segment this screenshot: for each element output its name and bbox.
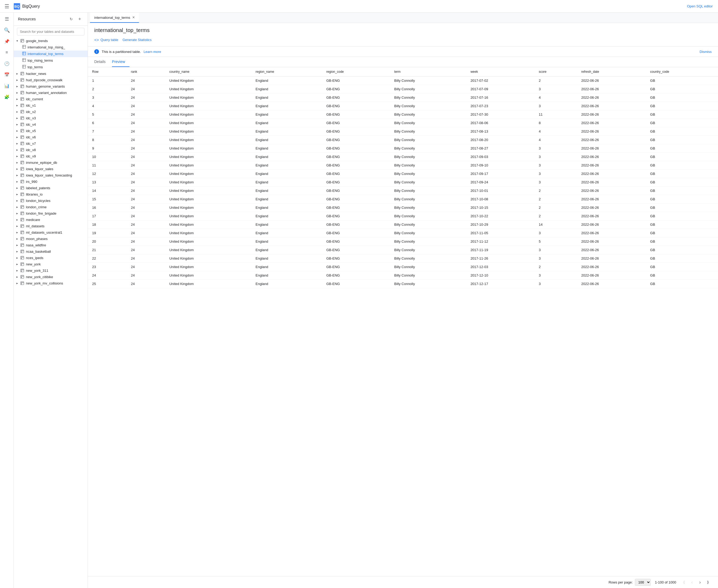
tree-item-idc-v9[interactable]: ► idc_v9 — [14, 153, 88, 159]
tab-preview[interactable]: Preview — [112, 57, 129, 67]
tab-details[interactable]: Details — [94, 57, 110, 67]
svg-rect-120 — [22, 231, 23, 232]
table-cell: 11 — [535, 110, 577, 119]
svg-rect-100 — [22, 200, 23, 200]
tree-item-idc-v4[interactable]: ► idc_v4 — [14, 121, 88, 128]
hamburger-icon[interactable]: ☰ — [2, 2, 12, 11]
tree-item-libraries-io[interactable]: ► libraries_io — [14, 191, 88, 197]
info-banner-content: i This is a partitioned table. Learn mor… — [94, 49, 161, 54]
tab-close-button[interactable]: × — [132, 15, 135, 20]
svg-rect-44 — [22, 111, 23, 111]
prev-page-button[interactable]: ‹ — [688, 579, 696, 586]
expand-arrow: ► — [16, 187, 20, 189]
table-cell: England — [251, 161, 322, 170]
table-cell: United Kingdom — [165, 220, 251, 229]
tree-item-london-bicycles[interactable]: ► london_bicycles — [14, 197, 88, 204]
tree-item-human-genome-variants[interactable]: ► human_genome_variants — [14, 83, 88, 89]
tree-item-iowa-liquor-sales[interactable]: ► iowa_liquor_sales — [14, 166, 88, 172]
table-cell: 24 — [127, 144, 165, 153]
expand-arrow: ▼ — [16, 39, 20, 42]
table-cell: 2022-06-26 — [577, 187, 646, 195]
tree-item-irs-990[interactable]: ► irs_990 — [14, 178, 88, 185]
tree-item-hud-zipcode-crosswalk[interactable]: ► hud_zipcode_crosswalk — [14, 77, 88, 83]
clock-icon[interactable]: 🕐 — [2, 58, 12, 69]
tree-item-new-york-311[interactable]: ► new_york_311 — [14, 267, 88, 274]
table-cell: GB-ENG — [322, 153, 390, 161]
dismiss-button[interactable]: Dismiss — [700, 50, 712, 54]
expand-arrow: ► — [16, 250, 20, 253]
generate-statistics-button[interactable]: Generate Statistics — [123, 38, 152, 42]
tree-item-new-york-mv-collisions[interactable]: ► new_york_mv_collisions — [14, 280, 88, 286]
tree-item-idc-v5[interactable]: ► idc_v5 — [14, 128, 88, 134]
tree-item-labeled-patents[interactable]: ► labeled_patents — [14, 185, 88, 191]
calendar-icon[interactable]: 📅 — [2, 69, 12, 80]
last-page-button[interactable]: ⟫ — [704, 579, 712, 586]
search-input[interactable] — [17, 28, 84, 36]
svg-rect-61 — [21, 137, 22, 138]
expand-arrow: ► — [16, 123, 20, 126]
tree-item-ml-datasets-uscentral1[interactable]: ► ml_datasets_uscentral1 — [14, 229, 88, 235]
svg-rect-133 — [21, 252, 22, 252]
first-page-button[interactable]: ⟪ — [680, 579, 688, 586]
svg-rect-113 — [21, 220, 22, 221]
query-table-button[interactable]: <> Query table — [94, 37, 118, 43]
active-tab[interactable]: international_top_terms × — [90, 13, 139, 23]
search-sidebar-icon[interactable]: 🔍 — [2, 25, 12, 36]
tree-item-google-trends[interactable]: ▼ google_trends — [14, 38, 88, 44]
col-row: Row — [88, 67, 127, 77]
table-cell: 3 — [535, 85, 577, 93]
table-cell: 2017-08-06 — [466, 119, 535, 127]
menu-icon[interactable]: ☰ — [2, 14, 12, 24]
tree-item-idc-v7[interactable]: ► idc_v7 — [14, 140, 88, 147]
tree-item-london-crime[interactable]: ► london_crime — [14, 204, 88, 210]
tree-item-ncaa-basketball[interactable]: ► ncaa_basketball — [14, 248, 88, 255]
svg-rect-103 — [21, 206, 22, 207]
tree-item-new-york[interactable]: ► new_york — [14, 261, 88, 267]
puzzle-icon[interactable]: 🧩 — [2, 91, 12, 102]
list-bullet-icon[interactable]: ≡ — [2, 47, 12, 58]
table-cell: 2017-07-16 — [466, 93, 535, 102]
table-cell: GB-ENG — [322, 110, 390, 119]
expand-arrow: ► — [16, 225, 20, 228]
dataset-icon — [20, 230, 24, 234]
table-cell: 24 — [127, 127, 165, 136]
tree-item-medicare[interactable]: ► medicare — [14, 216, 88, 223]
rows-per-page-select[interactable]: 100 50 25 — [635, 579, 651, 586]
tree-item-nasa-wildfire[interactable]: ► nasa_wildfire — [14, 242, 88, 248]
tree-item-idc-current[interactable]: ► idc_current — [14, 96, 88, 102]
svg-rect-99 — [21, 200, 22, 200]
tree-item-idc-v3[interactable]: ► idc_v3 — [14, 115, 88, 121]
tree-item-idc-v1[interactable]: ► idc_v1 — [14, 102, 88, 108]
tree-item-moon-phases[interactable]: ► moon_phases — [14, 235, 88, 242]
tree-item-idc-v6[interactable]: ► idc_v6 — [14, 134, 88, 140]
table-row: 1424United KingdomEnglandGB-ENGBilly Con… — [88, 187, 718, 195]
table-cell: 2017-08-20 — [466, 136, 535, 144]
tree-item-intl-top-rising[interactable]: international_top_rising_ — [14, 44, 88, 50]
next-page-button[interactable]: › — [696, 579, 704, 586]
sub-tabs: Details Preview — [88, 57, 718, 67]
tree-item-nces-ipeds[interactable]: ► nces_ipeds — [14, 255, 88, 261]
chart-icon[interactable]: 📊 — [2, 81, 12, 91]
learn-more-link[interactable]: Learn more — [143, 50, 161, 54]
tree-item-human-variant-annotation[interactable]: ► human_variant_annotation — [14, 89, 88, 96]
svg-rect-71 — [21, 155, 22, 156]
tree-item-hacker-news[interactable]: ► hacker_news — [14, 70, 88, 77]
tree-item-iowa-liquor-sales-forecasting[interactable]: ► iowa_liquor_sales_forecasting — [14, 172, 88, 178]
table-cell: 2017-12-17 — [466, 280, 535, 288]
tree-item-ml-datasets[interactable]: ► ml_datasets — [14, 223, 88, 229]
svg-rect-60 — [22, 136, 23, 137]
tree-item-idc-v2[interactable]: ► idc_v2 — [14, 108, 88, 115]
tree-item-idc-v8[interactable]: ► idc_v8 — [14, 147, 88, 153]
tree-item-immune-epitope-db[interactable]: ► immune_epitope_db — [14, 159, 88, 166]
tree-item-top-rising[interactable]: top_rising_terms — [14, 57, 88, 64]
tree-item-new-york-citibike[interactable]: ► new_york_citibike — [14, 274, 88, 280]
tree-item-top-terms[interactable]: top_terms — [14, 64, 88, 70]
pin-icon[interactable]: 📌 — [2, 36, 12, 47]
refresh-button[interactable]: ↻ — [67, 15, 75, 23]
tree-item-intl-top-terms[interactable]: international_top_terms — [14, 50, 88, 57]
open-sql-editor-button[interactable]: Open SQL editor — [684, 3, 716, 10]
table-cell: GB — [646, 170, 718, 178]
add-resource-button[interactable]: + — [76, 15, 83, 23]
tree-item-london-fire-brigade[interactable]: ► london_fire_brigade — [14, 210, 88, 216]
tree-label: hud_zipcode_crosswalk — [26, 78, 62, 82]
